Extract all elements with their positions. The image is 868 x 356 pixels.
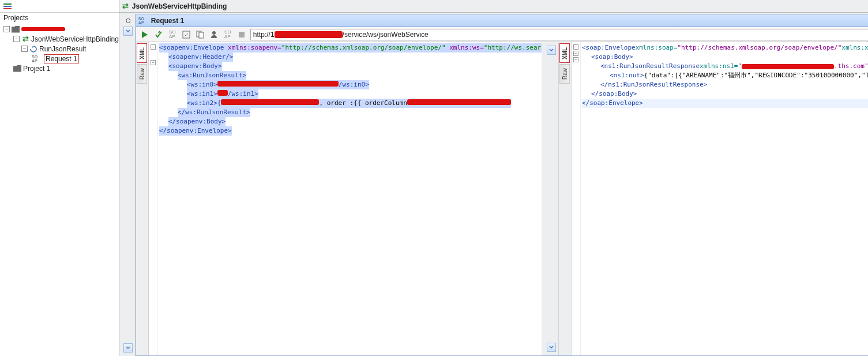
left-gutter: O xyxy=(122,14,136,356)
tree-operation[interactable]: − RunJsonResult xyxy=(3,44,119,54)
raw-tab[interactable]: Raw xyxy=(559,64,570,84)
collapse-icon[interactable]: − xyxy=(3,26,10,32)
collapse-icon[interactable]: − xyxy=(13,36,20,42)
projects-title: Projects xyxy=(0,13,119,23)
folder-icon xyxy=(13,65,21,72)
fold-toggle[interactable]: − xyxy=(573,51,578,56)
tree-endpoint[interactable]: − ⇄ JsonWebServiceHttpBinding xyxy=(3,34,119,44)
workspace: O SOAP Request 1 SOAP SOAP xyxy=(119,13,868,356)
tree-project[interactable]: Project 1 xyxy=(3,63,119,73)
soap-icon: SOAP xyxy=(32,55,42,63)
xml-tab[interactable]: XML xyxy=(559,43,570,63)
projects-sidebar: Projects − − ⇄ JsonWebServiceHttpBinding… xyxy=(0,0,119,356)
tab-title: JsonWebServiceHttpBinding xyxy=(132,2,227,10)
request-window: SOAP Request 1 SOAP SOAP http://1/servic… xyxy=(136,14,868,356)
tree-request[interactable]: SOAP Request 1 xyxy=(3,54,119,63)
request-editor[interactable]: <soapenv:Envelope xmlns:soapenv="http://… xyxy=(158,42,542,355)
operation-icon xyxy=(29,45,37,53)
mid-gutter xyxy=(545,42,559,355)
collapse-icon[interactable]: − xyxy=(21,46,28,52)
expand-down-button[interactable] xyxy=(123,27,133,36)
add-assertion-button[interactable] xyxy=(153,29,164,40)
redacted-text xyxy=(275,31,343,38)
tree-label: Project 1 xyxy=(23,65,50,73)
tree-label: RunJsonResult xyxy=(39,45,86,53)
soap-button[interactable]: SOAP xyxy=(167,29,178,40)
fold-toggle[interactable]: − xyxy=(151,60,156,65)
response-vtabs: XML Raw xyxy=(559,42,572,355)
svg-rect-5 xyxy=(199,32,204,38)
fold-gutter: − − − xyxy=(572,42,581,355)
request-window-title: Request 1 xyxy=(151,17,868,25)
tree-label: JsonWebServiceHttpBinding xyxy=(31,35,119,43)
url-suffix: /service/ws/jsonWebService xyxy=(343,31,429,39)
xml-tab[interactable]: XML xyxy=(137,43,147,63)
endpoint-url-input[interactable]: http://1/service/ws/jsonWebService xyxy=(250,29,868,40)
interface-icon: ⇄ xyxy=(21,35,29,43)
response-pane: XML Raw − − − <soap:Envelope xmlns:soap=… xyxy=(559,42,868,355)
soap-icon: SOAP xyxy=(138,17,149,25)
request-toolbar: SOAP SOAP http://1/service/ws/jsonWebSer… xyxy=(136,27,868,42)
raw-tab[interactable]: Raw xyxy=(137,64,147,84)
stop-button[interactable] xyxy=(236,29,247,40)
clone-button[interactable] xyxy=(195,29,205,40)
tree-root[interactable]: − xyxy=(3,24,119,34)
attachments-button[interactable] xyxy=(181,29,191,40)
request-titlebar: SOAP Request 1 xyxy=(136,14,868,27)
fold-toggle[interactable]: − xyxy=(573,44,578,50)
editor-tab-header: ⇄ JsonWebServiceHttpBinding xyxy=(119,0,868,13)
projects-tree: − − ⇄ JsonWebServiceHttpBinding − RunJso… xyxy=(0,23,119,73)
svg-rect-3 xyxy=(183,31,190,38)
folder-icon xyxy=(12,26,20,33)
auth-button[interactable] xyxy=(209,29,219,40)
url-prefix: http://1 xyxy=(253,31,275,39)
sidebar-toolbar xyxy=(0,0,119,13)
request-pane: XML Raw − − <soapenv:Envelope xmlns:soap… xyxy=(136,42,542,355)
submit-button[interactable] xyxy=(140,29,150,40)
gutter-o: O xyxy=(126,17,131,24)
expand-down-button[interactable] xyxy=(123,343,133,353)
fold-toggle[interactable]: − xyxy=(573,57,578,62)
main-area: ⇄ JsonWebServiceHttpBinding O SOAP Reque… xyxy=(119,0,868,356)
svg-marker-2 xyxy=(142,31,148,38)
fold-toggle[interactable]: − xyxy=(151,44,156,50)
interface-icon: ⇄ xyxy=(122,2,130,10)
request-vtabs: XML Raw xyxy=(136,42,149,355)
response-editor[interactable]: <soap:Envelope xmlns:soap="http://schema… xyxy=(581,42,868,355)
expand-button[interactable] xyxy=(547,46,556,55)
menu-icon[interactable] xyxy=(3,3,12,9)
fold-gutter: − − xyxy=(149,42,158,355)
tree-label-selected: Request 1 xyxy=(44,54,79,63)
redacted-text xyxy=(21,27,65,31)
expand-button[interactable] xyxy=(547,343,556,352)
request-response-panes: XML Raw − − <soapenv:Envelope xmlns:soap… xyxy=(136,42,868,355)
ws-button[interactable]: SOAP xyxy=(223,29,233,40)
svg-point-6 xyxy=(212,31,216,35)
svg-rect-7 xyxy=(239,32,245,38)
